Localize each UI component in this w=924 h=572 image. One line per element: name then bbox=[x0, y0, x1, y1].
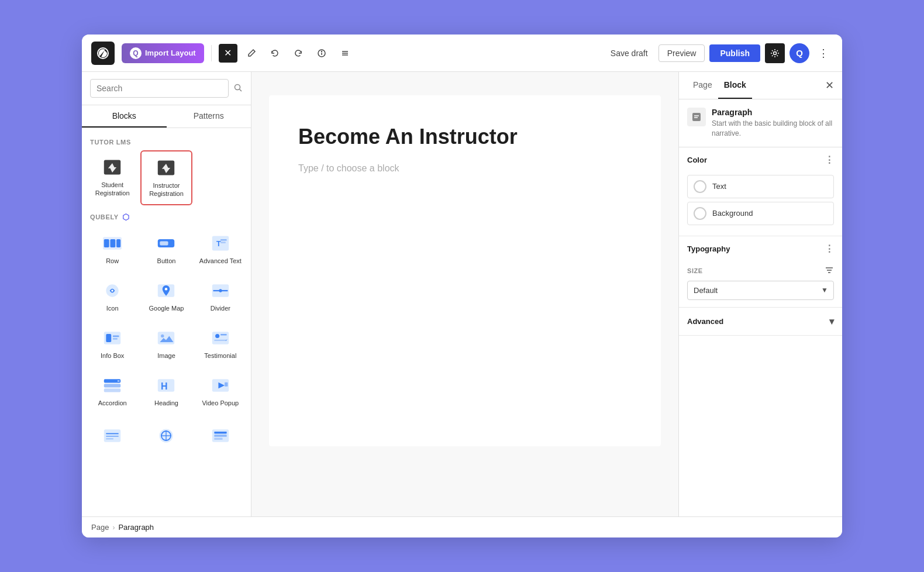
svg-rect-58 bbox=[214, 435, 226, 437]
breadcrumb-paragraph: Paragraph bbox=[118, 523, 154, 532]
size-select-wrap: Default ▼ bbox=[679, 278, 842, 307]
settings-button[interactable] bbox=[765, 43, 785, 63]
color-section-header[interactable]: Color ⋮ bbox=[679, 147, 842, 173]
block-video-popup[interactable]: Video Popup bbox=[195, 368, 246, 414]
color-background-option[interactable]: Background bbox=[687, 202, 834, 225]
icon-block-icon bbox=[101, 280, 124, 301]
svg-point-8 bbox=[235, 84, 240, 89]
preview-button[interactable]: Preview bbox=[658, 44, 705, 62]
block-info-box[interactable]: Info Box bbox=[87, 321, 138, 366]
color-section: Color ⋮ Text Background bbox=[679, 147, 842, 236]
undo-button[interactable] bbox=[266, 44, 284, 63]
block-student-registration[interactable]: Student Registration bbox=[87, 150, 138, 205]
top-bar-right: Save draft Preview Publish Q ⋮ bbox=[605, 43, 833, 63]
block-label: Image bbox=[157, 352, 175, 360]
redo-button[interactable] bbox=[289, 44, 308, 63]
svg-point-25 bbox=[165, 288, 167, 290]
import-layout-button[interactable]: Q Import Layout bbox=[122, 43, 204, 63]
block-image[interactable]: Image bbox=[140, 321, 192, 366]
button-icon bbox=[154, 233, 178, 254]
qubely-icon: Q bbox=[130, 47, 142, 59]
svg-rect-20 bbox=[220, 239, 227, 240]
svg-rect-38 bbox=[214, 340, 226, 341]
typography-section-header[interactable]: Typography ⋮ bbox=[679, 236, 842, 261]
svg-point-23 bbox=[111, 290, 113, 292]
right-tab-block[interactable]: Block bbox=[718, 72, 752, 99]
top-bar: Q Import Layout ✕ bbox=[82, 35, 842, 72]
info-button[interactable] bbox=[312, 44, 331, 63]
block-label: Instructor Registration bbox=[144, 181, 188, 198]
video-popup-icon bbox=[209, 375, 232, 396]
size-header: SIZE bbox=[679, 261, 842, 278]
block-icon[interactable]: Icon bbox=[87, 274, 138, 319]
block-label: Icon bbox=[106, 304, 119, 312]
right-sidebar-close-button[interactable]: ✕ bbox=[825, 79, 834, 92]
svg-rect-59 bbox=[214, 437, 222, 440]
color-text-option[interactable]: Text bbox=[687, 175, 834, 198]
color-more-icon[interactable]: ⋮ bbox=[825, 154, 834, 166]
block-divider[interactable]: Divider bbox=[195, 274, 246, 319]
svg-line-9 bbox=[240, 89, 242, 91]
svg-rect-31 bbox=[113, 336, 119, 337]
canvas-area: Become An Instructor Type / to choose a … bbox=[251, 72, 678, 516]
svg-rect-37 bbox=[220, 334, 227, 336]
wordpress-logo bbox=[91, 42, 115, 65]
block-label: Row bbox=[106, 257, 119, 265]
block-label: Testimonial bbox=[204, 352, 236, 360]
page-content[interactable]: Become An Instructor Type / to choose a … bbox=[269, 95, 661, 446]
breadcrumb-page[interactable]: Page bbox=[91, 523, 109, 532]
block-heading[interactable]: H Heading bbox=[140, 368, 192, 414]
left-sidebar: Blocks Patterns TUTOR LMS bbox=[82, 72, 251, 516]
testimonial-icon bbox=[209, 328, 232, 349]
sidebar-content: TUTOR LMS Student Registration bbox=[82, 128, 251, 516]
typography-more-icon[interactable]: ⋮ bbox=[825, 243, 834, 254]
block-extra-3[interactable] bbox=[195, 419, 246, 456]
save-draft-button[interactable]: Save draft bbox=[605, 45, 654, 61]
right-tab-page[interactable]: Page bbox=[687, 72, 718, 99]
list-view-button[interactable] bbox=[336, 44, 354, 63]
tab-blocks[interactable]: Blocks bbox=[82, 105, 167, 128]
accordion-icon bbox=[101, 375, 124, 396]
extra-2-icon bbox=[154, 425, 178, 446]
block-google-map[interactable]: Google Map bbox=[140, 274, 192, 319]
block-testimonial[interactable]: Testimonial bbox=[195, 321, 246, 366]
block-button[interactable]: Button bbox=[140, 226, 192, 271]
qubely-circle-button[interactable]: Q bbox=[789, 43, 809, 63]
size-select[interactable]: Default bbox=[687, 281, 834, 300]
block-placeholder[interactable]: Type / to choose a block bbox=[298, 163, 632, 174]
advanced-text-icon: T bbox=[209, 233, 232, 254]
block-description: Start with the basic building block of a… bbox=[712, 119, 834, 139]
publish-button[interactable]: Publish bbox=[709, 44, 760, 62]
tutor-lms-grid: Student Registration Instructor Registra… bbox=[82, 148, 251, 208]
size-filter-icon[interactable] bbox=[825, 266, 834, 276]
block-advanced-text[interactable]: T Advanced Text bbox=[195, 226, 246, 271]
block-info-text: Paragraph Start with the basic building … bbox=[712, 108, 834, 139]
block-row[interactable]: Row bbox=[87, 226, 138, 271]
image-icon bbox=[154, 328, 178, 349]
advanced-chevron-icon[interactable]: ▾ bbox=[829, 316, 834, 327]
heading-icon: H bbox=[154, 375, 178, 396]
extra-3-icon bbox=[209, 425, 232, 446]
tab-patterns[interactable]: Patterns bbox=[167, 105, 251, 128]
google-map-icon bbox=[154, 280, 178, 301]
search-input[interactable] bbox=[90, 79, 229, 98]
block-instructor-registration[interactable]: Instructor Registration bbox=[140, 150, 192, 205]
advanced-section: Advanced ▾ bbox=[679, 308, 842, 336]
info-box-icon bbox=[101, 328, 124, 349]
block-accordion[interactable]: Accordion bbox=[87, 368, 138, 414]
advanced-section-header[interactable]: Advanced ▾ bbox=[679, 308, 842, 335]
block-extra-2[interactable] bbox=[140, 419, 192, 456]
svg-rect-47 bbox=[225, 383, 227, 387]
edit-button[interactable] bbox=[242, 44, 261, 63]
right-sidebar: Page Block ✕ Paragraph Start with bbox=[678, 72, 842, 516]
paragraph-block-icon bbox=[687, 108, 706, 126]
student-registration-icon bbox=[101, 157, 124, 178]
size-label: SIZE bbox=[687, 267, 703, 274]
close-button[interactable]: ✕ bbox=[219, 44, 237, 63]
more-options-button[interactable]: ⋮ bbox=[814, 44, 833, 63]
svg-rect-14 bbox=[111, 239, 116, 247]
block-extra-1[interactable] bbox=[87, 419, 138, 456]
svg-text:T: T bbox=[216, 240, 221, 248]
search-icon-button[interactable] bbox=[233, 83, 243, 94]
instructor-registration-icon bbox=[154, 157, 178, 178]
